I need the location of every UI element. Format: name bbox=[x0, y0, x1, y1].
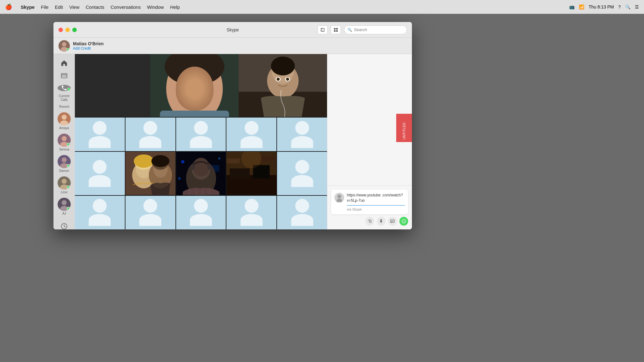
user-profile: Matias O'Brien Add Credit bbox=[53, 38, 412, 54]
video-grid bbox=[75, 117, 327, 229]
emoji-button[interactable] bbox=[399, 217, 408, 226]
contact-aj[interactable]: AJ bbox=[56, 196, 72, 217]
menubar-view[interactable]: View bbox=[69, 4, 79, 10]
sidebar-item-history[interactable] bbox=[55, 220, 73, 229]
search-icon[interactable]: 🔍 bbox=[625, 4, 630, 9]
lexx-avatar bbox=[58, 176, 71, 189]
placeholder-icon bbox=[190, 199, 212, 226]
damon-name: Damon bbox=[59, 169, 69, 173]
svg-point-47 bbox=[286, 78, 289, 81]
call-online-dot bbox=[67, 88, 70, 91]
svg-point-21 bbox=[62, 179, 67, 184]
help-icon: ? bbox=[618, 4, 621, 9]
close-button[interactable] bbox=[58, 28, 63, 32]
apple-icon[interactable]: 🍎 bbox=[5, 3, 12, 10]
svg-rect-65 bbox=[191, 164, 195, 170]
svg-rect-2 bbox=[336, 28, 338, 30]
svg-point-80 bbox=[337, 195, 341, 198]
amaya-name: Amaya bbox=[59, 126, 69, 130]
grid-cell-2-4-room bbox=[226, 152, 277, 195]
search-input[interactable] bbox=[354, 27, 403, 32]
sidebar-item-contacts[interactable] bbox=[55, 70, 73, 82]
menubar-time: Thu 8:13 PM bbox=[589, 4, 614, 9]
contact-amaya[interactable]: Amaya bbox=[56, 111, 72, 131]
online-indicator bbox=[66, 48, 69, 51]
contact-damon[interactable]: Damon bbox=[56, 154, 72, 174]
window-title: Skype bbox=[227, 27, 239, 32]
call-button[interactable] bbox=[58, 85, 71, 91]
svg-point-43 bbox=[271, 57, 295, 75]
grid-cell-2-3-darkman bbox=[176, 152, 227, 195]
search-bar-icon: 🔍 bbox=[347, 28, 352, 32]
title-bar-right: 🔍 bbox=[318, 25, 407, 34]
menu-icon[interactable]: ☰ bbox=[635, 4, 639, 9]
placeholder-icon bbox=[190, 121, 212, 148]
screen-share-icon: 📺 bbox=[569, 4, 575, 9]
menubar-edit[interactable]: Edit bbox=[55, 4, 63, 10]
svg-rect-0 bbox=[321, 28, 324, 31]
menubar: 🍎 Skype File Edit View Contacts Conversa… bbox=[0, 0, 644, 14]
grid-cell-1-1 bbox=[75, 118, 125, 151]
svg-rect-1 bbox=[334, 28, 336, 30]
serena-avatar bbox=[58, 134, 71, 147]
sidebar-item-home[interactable] bbox=[55, 57, 73, 69]
svg-rect-8 bbox=[61, 74, 67, 78]
chat-content: https://www.youtube .com/watch?v=5Lp-7uo… bbox=[347, 193, 405, 211]
chat-divider bbox=[347, 205, 405, 206]
svg-point-35 bbox=[202, 82, 205, 85]
menubar-skype[interactable]: Skype bbox=[21, 4, 35, 10]
search-bar[interactable]: 🔍 bbox=[344, 25, 407, 34]
maximize-button[interactable] bbox=[72, 28, 77, 32]
user-info: Matias O'Brien Add Credit bbox=[73, 41, 103, 51]
placeholder-icon bbox=[89, 160, 111, 187]
lexx-status bbox=[67, 185, 70, 189]
location-button[interactable] bbox=[377, 217, 386, 226]
aj-avatar bbox=[58, 198, 71, 211]
grid-button[interactable] bbox=[331, 25, 341, 34]
message-button[interactable] bbox=[388, 217, 397, 226]
main-content: CurrentCalls Recent Amaya bbox=[53, 54, 412, 229]
svg-point-86 bbox=[402, 219, 406, 223]
menubar-window[interactable]: Window bbox=[147, 4, 164, 10]
untitled-tab[interactable]: UNTITLED bbox=[396, 114, 412, 142]
add-credit-link[interactable]: Add Credit bbox=[73, 46, 103, 51]
attachment-button[interactable] bbox=[365, 217, 374, 226]
minimize-button[interactable] bbox=[65, 28, 70, 32]
placeholder-icon bbox=[139, 121, 161, 148]
title-bar: Skype 🔍 bbox=[53, 22, 412, 38]
grid-cell-3-1 bbox=[75, 196, 125, 229]
menubar-help[interactable]: Help bbox=[170, 4, 180, 10]
serena-status bbox=[67, 143, 70, 146]
svg-point-12 bbox=[62, 115, 67, 120]
svg-rect-76 bbox=[226, 158, 240, 163]
lexx-name: Lexx bbox=[61, 190, 67, 194]
current-calls-label: CurrentCalls bbox=[59, 94, 69, 102]
recent-label: Recent bbox=[59, 105, 69, 108]
svg-point-87 bbox=[403, 221, 403, 221]
serena-name: Serena bbox=[59, 148, 69, 151]
amaya-avatar bbox=[58, 112, 71, 125]
chat-via: via Skype bbox=[347, 207, 405, 211]
chat-avatar bbox=[334, 193, 344, 203]
grid-cell-3-2 bbox=[125, 196, 176, 229]
menubar-right: 📺 📶 Thu 8:13 PM ? 🔍 ☰ bbox=[569, 4, 639, 9]
svg-rect-37 bbox=[160, 111, 229, 117]
video-row-top bbox=[75, 54, 327, 117]
grid-cell-1-5 bbox=[277, 118, 327, 151]
video-cell-person2 bbox=[239, 54, 327, 117]
svg-point-59 bbox=[218, 157, 220, 159]
contact-serena[interactable]: Serena bbox=[56, 132, 72, 152]
contact-lexx[interactable]: Lexx bbox=[56, 175, 72, 195]
grid-cell-2-5 bbox=[277, 152, 327, 195]
menubar-conversations[interactable]: Conversations bbox=[111, 4, 141, 10]
video-area bbox=[75, 54, 327, 229]
svg-point-52 bbox=[134, 155, 154, 168]
placeholder-icon bbox=[241, 121, 263, 148]
placeholder-icon bbox=[291, 160, 313, 187]
menubar-contacts[interactable]: Contacts bbox=[86, 4, 104, 10]
grid-cell-1-2 bbox=[125, 118, 176, 151]
menubar-file[interactable]: File bbox=[41, 4, 48, 10]
compose-button[interactable] bbox=[318, 25, 328, 34]
video-cell-person1 bbox=[150, 54, 239, 117]
svg-point-6 bbox=[62, 42, 66, 47]
